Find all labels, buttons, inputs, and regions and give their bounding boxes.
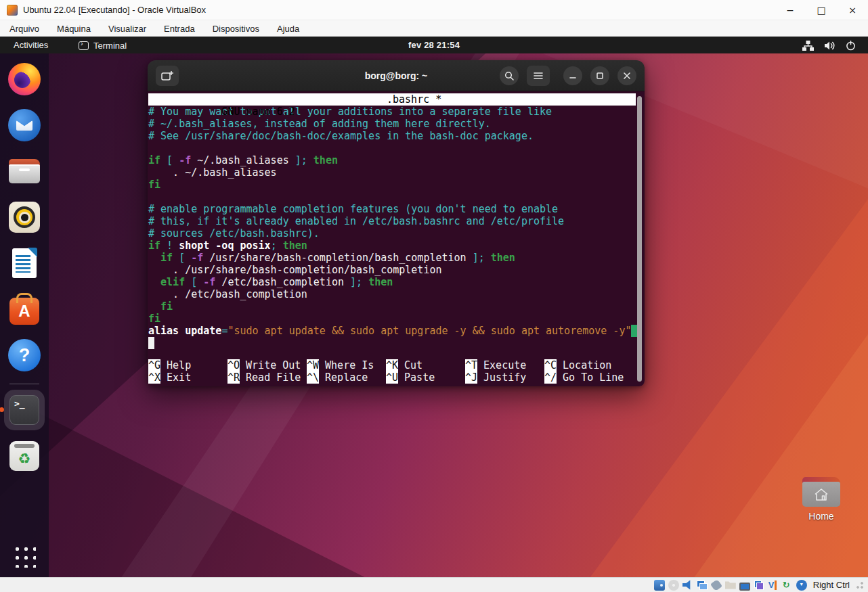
maximize-button[interactable]: □: [806, 0, 837, 20]
terminal-icon: [9, 395, 39, 425]
clock[interactable]: fev 28 21:54: [0, 37, 868, 53]
network-adapters-icon[interactable]: [697, 580, 708, 591]
gnome-topbar: Activities fev 28 21:54 Terminal: [0, 37, 868, 53]
text-segment: then: [313, 154, 338, 166]
show-applications-button[interactable]: [13, 545, 36, 568]
dock: A ? ♻: [0, 53, 49, 577]
menu-maquina[interactable]: Máquina: [57, 24, 91, 34]
seamless-icon[interactable]: [754, 580, 764, 591]
dock-item-help[interactable]: ?: [4, 335, 45, 375]
usb-icon[interactable]: [710, 579, 722, 591]
text-segment: . /etc/bash_completion: [148, 288, 307, 300]
menu-visualizar[interactable]: Visualizar: [108, 24, 146, 34]
shortcut-where-is[interactable]: ^WWhere Is: [307, 359, 386, 371]
text-segment: fi: [148, 179, 160, 191]
audio-icon[interactable]: [682, 580, 693, 591]
menu-ajuda[interactable]: Ajuda: [277, 24, 299, 34]
terminal-line: if [ -f /usr/share/bash-completion/bash_…: [148, 252, 636, 264]
hdd-icon[interactable]: [654, 580, 665, 591]
terminal-line: # enable programmable completion feature…: [148, 203, 636, 215]
shared-folders-icon[interactable]: [725, 580, 736, 591]
dock-item-rhythmbox[interactable]: [4, 197, 45, 237]
shortcut-write-out[interactable]: ^OWrite Out: [227, 359, 307, 371]
display-icon[interactable]: [739, 583, 750, 591]
text-segment: # this, if it's already enabled in /etc/…: [148, 215, 564, 227]
nano-version-label: GNU nano 6.2: [209, 106, 295, 118]
shortcut-read-file[interactable]: ^RRead File: [227, 371, 307, 384]
terminal-line: . ~/.bash_aliases: [148, 166, 636, 179]
menu-button[interactable]: [527, 66, 550, 86]
text-segment: if: [148, 154, 160, 166]
ubuntu-software-icon: A: [9, 298, 39, 325]
shortcut-help[interactable]: ^GHelp: [148, 359, 227, 371]
menu-dispositivos[interactable]: Dispositivos: [213, 24, 259, 34]
text-segment: [197, 276, 203, 288]
menu-arquivo[interactable]: Arquivo: [9, 24, 39, 34]
focused-app-label: Terminal: [93, 41, 127, 51]
menu-entrada[interactable]: Entrada: [164, 24, 195, 34]
nano-shortcut-bar: ^GHelp ^OWrite Out ^WWhere Is ^KCut ^TEx…: [148, 359, 636, 384]
text-segment: [173, 154, 179, 166]
text-segment: -f: [179, 154, 191, 166]
terminal-maximize-button[interactable]: [590, 66, 609, 85]
dock-item-firefox[interactable]: [4, 59, 45, 99]
host-key-label: Right Ctrl: [813, 580, 850, 590]
shortcut-replace[interactable]: ^\Replace: [307, 371, 386, 384]
text-segment: . ~/.bash_aliases: [148, 166, 277, 179]
terminal-line: fi: [148, 300, 636, 313]
dock-item-libreoffice-writer[interactable]: [4, 243, 45, 283]
dock-item-ubuntu-software[interactable]: A: [4, 289, 45, 329]
nano-editor-content: # You may want to put all your additions…: [148, 106, 636, 361]
network-activity-icon[interactable]: [782, 580, 793, 591]
shortcut-go-to-line[interactable]: ^/Go To Line: [544, 371, 636, 384]
shortcut-paste[interactable]: ^UPaste: [386, 371, 465, 384]
terminal-header[interactable]: borg@borg: ~: [148, 60, 645, 91]
text-segment: shopt -oq posix: [173, 240, 271, 252]
system-tray[interactable]: [802, 37, 856, 53]
shortcut-execute[interactable]: ^TExecute: [465, 359, 544, 371]
dock-separator: [9, 384, 39, 384]
maximize-icon: [596, 72, 603, 79]
close-icon: [624, 72, 630, 79]
optical-disc-icon[interactable]: [668, 580, 679, 591]
text-segment: [: [191, 276, 197, 288]
terminal-close-button[interactable]: [617, 66, 636, 85]
shortcut-location[interactable]: ^CLocation: [544, 359, 636, 371]
text-segment: /etc/bash_completion: [215, 276, 350, 288]
dock-item-terminal[interactable]: [4, 390, 45, 430]
dock-item-files[interactable]: [4, 151, 45, 191]
text-segment: fi: [148, 313, 160, 325]
resize-grip[interactable]: [856, 581, 864, 589]
home-folder-shortcut[interactable]: Home: [794, 477, 849, 522]
terminal-scrollbar[interactable]: [637, 96, 642, 382]
mouse-integration-icon[interactable]: [796, 580, 807, 591]
terminal-line: if [ -f ~/.bash_aliases ]; then: [148, 154, 636, 166]
terminal-line: # this, if it's already enabled in /etc/…: [148, 215, 636, 227]
search-icon: [504, 71, 514, 81]
terminal-minimize-button[interactable]: [563, 66, 582, 85]
shortcut-exit[interactable]: ^XExit: [148, 371, 227, 384]
close-button[interactable]: ×: [837, 0, 868, 20]
text-segment: then: [368, 276, 393, 288]
text-segment: [307, 154, 313, 166]
thunderbird-icon: [8, 109, 41, 141]
shortcut-cut[interactable]: ^KCut: [386, 359, 465, 371]
vm-display: Activities fev 28 21:54 Terminal: [0, 37, 868, 577]
focused-app-indicator[interactable]: Terminal: [79, 37, 127, 53]
terminal-line: if ! shopt -oq posix; then: [148, 240, 636, 252]
text-segment: [185, 252, 191, 264]
features-icon[interactable]: [768, 580, 779, 591]
text-segment: ~/.bash_aliases: [191, 154, 295, 166]
text-segment: elif: [160, 276, 185, 288]
dock-item-thunderbird[interactable]: [4, 105, 45, 145]
text-segment: # sources /etc/bash.bashrc).: [148, 227, 320, 240]
minimize-button[interactable]: −: [775, 0, 806, 20]
dock-item-trash[interactable]: ♻: [4, 436, 45, 476]
terminal-body[interactable]: GNU nano 6.2 .bashrc * # You may want to…: [148, 91, 645, 386]
search-button[interactable]: [500, 66, 519, 85]
text-segment: !: [167, 240, 173, 252]
text-segment: -f: [203, 276, 215, 288]
text-segment: [148, 252, 160, 264]
shortcut-justify[interactable]: ^JJustify: [465, 371, 544, 384]
text-segment: ];: [350, 276, 362, 288]
